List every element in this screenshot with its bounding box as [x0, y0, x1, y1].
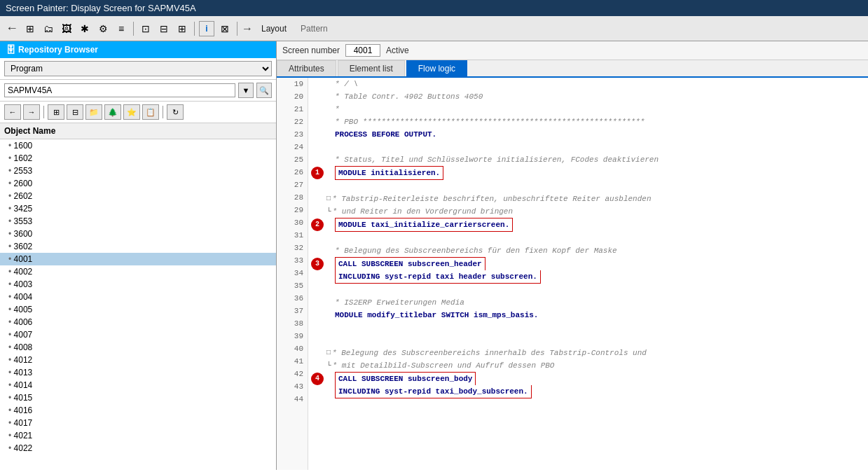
- sapmv-dropdown-btn[interactable]: ▼: [238, 83, 254, 98]
- screen-status: Active: [386, 46, 409, 55]
- list-item[interactable]: 4008: [0, 341, 276, 354]
- list-item[interactable]: 4022: [0, 442, 276, 454]
- nav-collapse-btn[interactable]: ⊟: [67, 104, 83, 120]
- list-item[interactable]: 4004: [0, 291, 276, 303]
- list-item[interactable]: 4021: [0, 429, 276, 442]
- forward-icon[interactable]: →: [242, 22, 253, 35]
- tool-icon-9[interactable]: ⊞: [174, 21, 190, 36]
- line-number: 32: [277, 242, 308, 254]
- obj-list-container[interactable]: 1600160225532600260234253553360036024001…: [0, 139, 276, 470]
- code-content: * / \* Table Contr. 4902 Buttons 4050** …: [308, 78, 868, 470]
- tab-flow-logic[interactable]: Flow logic: [406, 60, 467, 76]
- back-icon[interactable]: ←: [4, 21, 20, 36]
- tool-icon-10[interactable]: ⊠: [217, 21, 233, 36]
- list-item[interactable]: 2553: [0, 165, 276, 177]
- nav-star-btn[interactable]: ⭐: [123, 104, 140, 120]
- list-item[interactable]: 3600: [0, 228, 276, 240]
- tool-icon-2[interactable]: 🗂: [41, 21, 56, 36]
- nav-list-btn[interactable]: 📋: [142, 104, 159, 120]
- tool-icon-7[interactable]: ⊡: [138, 21, 153, 36]
- list-item[interactable]: 4006: [0, 316, 276, 328]
- code-text: * Table Contr. 4902 Buttons 4050: [335, 90, 483, 103]
- list-item[interactable]: 3553: [0, 215, 276, 228]
- tool-icon-1[interactable]: ⊞: [22, 21, 38, 36]
- code-area[interactable]: 1920212223242526272829303132333435363738…: [277, 78, 868, 470]
- line-number: 26: [277, 166, 308, 179]
- line-number: 38: [277, 317, 308, 330]
- line-number: 19: [277, 78, 308, 90]
- table-row: [311, 284, 868, 296]
- list-item[interactable]: 4017: [0, 417, 276, 429]
- line-number: 25: [277, 153, 308, 166]
- table-row: *: [311, 103, 868, 116]
- main-layout: 🗄 Repository Browser Program ▼ 🔍 ← → ⊞ ⊟…: [0, 41, 868, 470]
- line-number: 20: [277, 90, 308, 103]
- nav-expand-btn[interactable]: ⊞: [48, 104, 64, 120]
- code-text: * Belegung des Subscreenbereichs für den…: [335, 244, 617, 257]
- table-row: [311, 398, 868, 411]
- table-row: PROCESS BEFORE OUTPUT.: [311, 128, 868, 141]
- program-select[interactable]: Program: [4, 61, 272, 76]
- table-row: [311, 334, 868, 347]
- line-numbers: 1920212223242526272829303132333435363738…: [277, 78, 308, 470]
- line-number: 40: [277, 342, 308, 355]
- line-number: 42: [277, 368, 308, 380]
- line-number: 31: [277, 229, 308, 242]
- table-row: [311, 141, 868, 153]
- cont-icon: └: [326, 205, 331, 218]
- nav-obj-btn[interactable]: 📁: [85, 104, 102, 120]
- title-text: Screen Painter: Display Screen for SAPMV…: [6, 3, 196, 13]
- obj-name-header: Object Name: [0, 123, 276, 139]
- tool-icon-3[interactable]: 🖼: [59, 21, 74, 36]
- annotation-3: 3: [311, 258, 324, 270]
- line-number: 43: [277, 380, 308, 393]
- list-item[interactable]: 2600: [0, 177, 276, 190]
- nav-tree-btn[interactable]: 🌲: [104, 104, 121, 120]
- nav-forward-btn[interactable]: →: [23, 104, 40, 120]
- list-item[interactable]: 3602: [0, 240, 276, 253]
- list-item[interactable]: 1602: [0, 152, 276, 165]
- code-text: CALL SUBSCREEN subscreen_header: [335, 257, 485, 270]
- tool-icon-8[interactable]: ⊟: [156, 21, 172, 36]
- tool-icon-6[interactable]: ≡: [113, 21, 129, 36]
- list-item[interactable]: 2602: [0, 190, 276, 202]
- sapmv-input[interactable]: [4, 83, 235, 97]
- list-item[interactable]: 4015: [0, 391, 276, 404]
- list-item[interactable]: 4007: [0, 328, 276, 341]
- line-number: 41: [277, 355, 308, 368]
- program-row: Program: [0, 58, 276, 80]
- list-item[interactable]: 4002: [0, 265, 276, 278]
- list-item[interactable]: 4012: [0, 354, 276, 366]
- pattern-button[interactable]: Pattern: [295, 22, 333, 35]
- layout-button[interactable]: Layout: [256, 22, 292, 35]
- code-text: *: [335, 103, 340, 116]
- screen-info-bar: Screen number 4001 Active: [277, 41, 868, 60]
- nav-toolbar: ← → ⊞ ⊟ 📁 🌲 ⭐ 📋 ↻: [0, 102, 276, 123]
- sep1: [133, 22, 134, 36]
- sapmv-row: ▼ 🔍: [0, 80, 276, 102]
- tool-icon-5[interactable]: ⚙: [95, 21, 111, 36]
- nav-refresh-btn[interactable]: ↻: [167, 104, 184, 120]
- tabs-bar: AttributesElement listFlow logic: [277, 60, 868, 78]
- line-number: 21: [277, 103, 308, 116]
- list-item[interactable]: 1600: [0, 139, 276, 152]
- list-item[interactable]: 4003: [0, 278, 276, 291]
- tool-icon-4[interactable]: ✱: [77, 21, 92, 36]
- list-item[interactable]: 4016: [0, 404, 276, 417]
- table-row: MODULE modify_titlebar SWITCH ism_mps_ba…: [311, 309, 868, 321]
- nav-back-btn[interactable]: ←: [4, 104, 21, 120]
- expand-icon: □: [326, 193, 331, 205]
- sep3: [237, 22, 237, 36]
- list-item[interactable]: 3425: [0, 202, 276, 215]
- table-row: INCLUDING syst-repid taxi_body_subscreen…: [311, 385, 868, 398]
- info-icon[interactable]: i: [199, 21, 214, 36]
- list-item[interactable]: 4013: [0, 366, 276, 379]
- sapmv-search-btn[interactable]: 🔍: [256, 83, 272, 98]
- list-item[interactable]: 4001: [0, 253, 276, 265]
- list-item[interactable]: 4005: [0, 303, 276, 316]
- code-text: * Belegung des Subscreenbereichs innerha…: [332, 347, 647, 359]
- line-number: 29: [277, 204, 308, 216]
- list-item[interactable]: 4014: [0, 379, 276, 391]
- tab-element-list[interactable]: Element list: [338, 60, 405, 76]
- tab-attributes[interactable]: Attributes: [277, 60, 336, 76]
